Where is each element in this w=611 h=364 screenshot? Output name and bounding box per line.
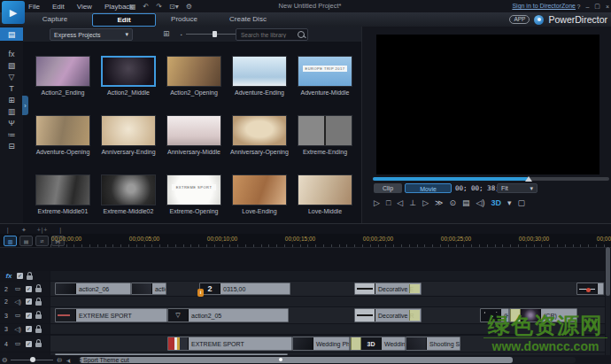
- library-item-thumbnail[interactable]: [35, 56, 90, 87]
- aspect-ratio-icon[interactable]: ⊡▾: [169, 3, 179, 11]
- library-item[interactable]: Extreme-Middle01: [35, 174, 90, 214]
- library-item[interactable]: EUROPE TRIP 2017Adventure-Middle: [298, 56, 352, 96]
- library-item-thumbnail[interactable]: [101, 174, 156, 205]
- library-item-thumbnail[interactable]: [166, 56, 221, 87]
- timeline-clip[interactable]: [576, 283, 604, 295]
- timeline-clip[interactable]: Decorative R: [354, 308, 422, 322]
- redo-icon[interactable]: ↷: [156, 3, 162, 11]
- library-item-thumbnail[interactable]: [298, 115, 352, 146]
- library-item-thumbnail[interactable]: [166, 115, 221, 146]
- 3d-dropdown-icon[interactable]: ▾: [507, 198, 512, 207]
- timeline-clip[interactable]: 20315,00i: [199, 283, 290, 295]
- library-item-thumbnail[interactable]: [232, 174, 287, 205]
- clip-mode-button[interactable]: Clip: [374, 183, 402, 193]
- movie-mode-button[interactable]: Movie: [405, 183, 452, 193]
- timeline-clip[interactable]: Shooting Sta: [406, 337, 460, 351]
- timeline-clip[interactable]: Wedding Pho: [292, 337, 350, 351]
- timeline-view-icon[interactable]: ▥: [4, 236, 17, 246]
- timeline-vertical-scrollbar[interactable]: [606, 247, 610, 355]
- timeline-clip[interactable]: EXTREME SPORT: [55, 308, 167, 322]
- library-item-thumbnail[interactable]: [35, 115, 90, 146]
- audio-track-2[interactable]: [50, 297, 605, 306]
- undock-preview-button[interactable]: ▢: [518, 198, 526, 207]
- zoom-out-button[interactable]: ⊖: [0, 356, 9, 364]
- ruler-ticks[interactable]: 00;00;00;0000;00;05;0000;00;10;0000;00;1…: [50, 234, 611, 247]
- timeline-clip[interactable]: Decorative E: [354, 283, 422, 295]
- dual-preview-icon[interactable]: ⧄: [35, 236, 49, 246]
- library-item[interactable]: Anniversary-Ending: [101, 115, 156, 155]
- snapshot-button[interactable]: ⊙: [449, 198, 456, 207]
- library-item-thumbnail[interactable]: [101, 115, 156, 146]
- library-item[interactable]: Adventure-Opening: [35, 115, 90, 155]
- timeline-clip[interactable]: (Ha: [480, 308, 509, 322]
- effect-room[interactable]: fx: [0, 48, 23, 59]
- track-enable-checkbox[interactable]: ✓: [26, 326, 32, 332]
- audio-track-3[interactable]: [50, 324, 605, 334]
- library-item[interactable]: Adventure-Ending: [232, 56, 287, 96]
- seek-button[interactable]: ⊥: [409, 198, 416, 207]
- video-track-4[interactable]: EXTREME SPORTWedding Pho3DWedding PropSh…: [50, 336, 605, 352]
- library-item-thumbnail[interactable]: [232, 56, 287, 87]
- menu-edit[interactable]: Edit: [52, 3, 65, 11]
- library-item[interactable]: Love-Middle: [298, 174, 352, 214]
- search-icon[interactable]: [298, 31, 305, 38]
- particle-room[interactable]: ▽: [0, 71, 23, 82]
- transition-icon[interactable]: [409, 310, 420, 321]
- minimize-icon[interactable]: –: [585, 4, 589, 10]
- zoom-fit-dropdown[interactable]: Fit ▾: [497, 183, 538, 193]
- audio-mixing-room[interactable]: ▥: [0, 105, 23, 117]
- sidebar-expander[interactable]: ›: [22, 96, 28, 115]
- timeline-clip[interactable]: (CR): [509, 308, 577, 322]
- library-item-thumbnail[interactable]: EUROPE TRIP 2017: [298, 56, 352, 87]
- track-lock-icon[interactable]: [35, 301, 42, 306]
- voiceover-room[interactable]: Ψ: [0, 117, 23, 128]
- next-frame-button[interactable]: ▷: [422, 198, 429, 207]
- pip-objects-room[interactable]: ▧: [0, 59, 23, 71]
- grid-view-icon[interactable]: ⊞: [163, 29, 170, 38]
- chapter-room[interactable]: ≔: [0, 128, 23, 140]
- transition-icon[interactable]: [351, 337, 361, 350]
- warning-badge[interactable]: i: [197, 289, 204, 297]
- library-item-thumbnail[interactable]: [298, 174, 352, 205]
- library-item-thumbnail[interactable]: [35, 174, 90, 205]
- library-item-thumbnail[interactable]: EXTREME SPORT: [166, 174, 221, 205]
- library-item[interactable]: Extreme-Middle02: [101, 174, 156, 214]
- track-enable-checkbox[interactable]: ✓: [17, 273, 23, 279]
- track-lock-icon[interactable]: [35, 314, 42, 319]
- timeline-clip[interactable]: ▽action2_05: [167, 308, 289, 322]
- video-track-2[interactable]: action2_06action220315,00iDecorative E: [50, 282, 605, 296]
- timeline-clip[interactable]: EXTREME SPORT: [167, 337, 292, 351]
- save-icon[interactable]: ▦: [129, 3, 136, 11]
- timeline-horizontal-scrollbar[interactable]: [78, 357, 576, 363]
- transition-icon[interactable]: [510, 309, 521, 321]
- split-clip-icon[interactable]: +∣+: [37, 227, 48, 234]
- media-room[interactable]: ▤: [0, 27, 23, 41]
- timeline-ruler[interactable]: ▥▤⧄⋈ 00;00;00;0000;00;05;0000;00;10;0000…: [0, 234, 611, 248]
- library-filter-dropdown[interactable]: Express Projects ▾: [50, 28, 133, 41]
- keyframe-dot[interactable]: [279, 358, 282, 361]
- tab-edit[interactable]: Edit: [92, 13, 156, 27]
- library-item-thumbnail[interactable]: [232, 115, 287, 146]
- preview-seek-bar[interactable]: [373, 177, 609, 181]
- vscroll-thumb[interactable]: [606, 247, 610, 296]
- track-lock-icon[interactable]: [35, 288, 42, 292]
- fx-track[interactable]: [50, 271, 605, 281]
- 3d-button[interactable]: 3D: [491, 198, 501, 207]
- undo-icon[interactable]: ↶: [143, 3, 150, 11]
- search-input[interactable]: [239, 31, 298, 39]
- track-lock-icon[interactable]: [35, 343, 42, 347]
- track-enable-checkbox[interactable]: ✓: [26, 286, 32, 292]
- tab-create-disc[interactable]: Create Disc: [214, 13, 282, 25]
- stop-button[interactable]: □: [386, 198, 391, 207]
- library-item[interactable]: Anniversary-Middle: [166, 115, 221, 155]
- preview-video-area[interactable]: [376, 35, 599, 174]
- video-track-3[interactable]: EXTREME SPORT▽action2_05Decorative R(Ha(…: [50, 307, 605, 323]
- library-search-box[interactable]: [236, 28, 308, 41]
- menu-view[interactable]: View: [77, 3, 92, 11]
- hscroll-thumb[interactable]: [80, 357, 513, 363]
- library-item[interactable]: Love-Ending: [232, 174, 287, 214]
- library-item[interactable]: Action2_Opening: [166, 56, 221, 96]
- library-item[interactable]: Action2_Ending: [35, 56, 90, 96]
- help-icon[interactable]: ?: [576, 4, 580, 10]
- subtitle-room[interactable]: ⊟: [0, 140, 23, 151]
